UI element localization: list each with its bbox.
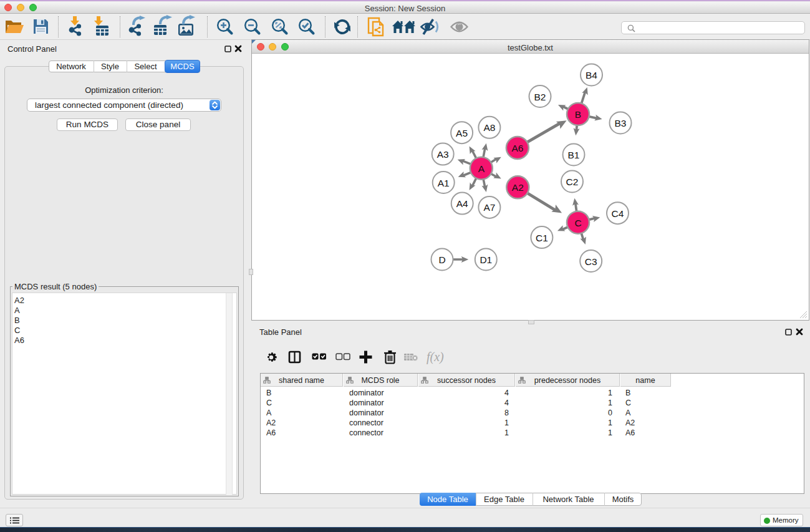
svg-text:C4: C4 (612, 208, 624, 219)
svg-text:A8: A8 (483, 122, 495, 133)
svg-text:B1: B1 (568, 150, 580, 160)
svg-text:C1: C1 (536, 233, 548, 243)
svg-text:A4: A4 (456, 198, 468, 209)
svg-text:D: D (438, 254, 445, 265)
svg-text:D1: D1 (480, 254, 492, 265)
svg-text:A6: A6 (511, 143, 523, 153)
svg-text:A1: A1 (438, 178, 450, 188)
svg-text:B3: B3 (615, 118, 627, 128)
svg-text:A7: A7 (483, 202, 495, 213)
svg-text:B4: B4 (586, 70, 597, 80)
svg-text:C: C (574, 218, 581, 228)
svg-text:C2: C2 (566, 177, 579, 187)
svg-text:B: B (575, 109, 581, 120)
svg-text:A5: A5 (456, 128, 468, 138)
svg-text:A2: A2 (512, 182, 524, 193)
svg-text:B2: B2 (534, 92, 546, 102)
svg-text:A3: A3 (437, 149, 449, 160)
svg-text:C3: C3 (585, 256, 597, 267)
svg-text:A: A (478, 163, 485, 174)
